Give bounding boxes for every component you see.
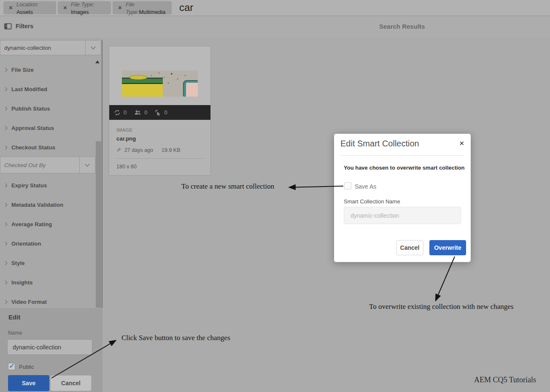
chevron-right-icon bbox=[3, 68, 8, 72]
chevron-right-icon bbox=[3, 145, 8, 149]
asset-stats-bar: 0 0 0 bbox=[109, 105, 210, 120]
remove-filter-icon[interactable]: ✕ bbox=[8, 5, 13, 11]
public-checkbox[interactable]: ✓ bbox=[8, 363, 15, 370]
asset-type-label: IMAGE bbox=[116, 127, 132, 132]
sidebar-item-checkout-status[interactable]: Checkout Status bbox=[4, 143, 55, 151]
thumbnail-left-can bbox=[122, 78, 163, 97]
checkmark-icon: ✓ bbox=[9, 362, 15, 370]
results-toolbar: Filters Search Results bbox=[0, 16, 550, 38]
sidebar-item-publish-status[interactable]: Publish Status bbox=[4, 104, 50, 113]
sync-count: 0 bbox=[124, 109, 127, 116]
annotation-overwrite: To overwrite existing collection with ne… bbox=[369, 303, 514, 311]
dialog-cancel-button[interactable]: Cancel bbox=[396, 240, 423, 255]
name-field-label: Name bbox=[8, 330, 22, 336]
sidebar-item-insights[interactable]: Insights bbox=[4, 278, 33, 287]
watermark-text: AEM CQ5 Tutorials bbox=[474, 376, 536, 384]
sidebar-item-label: File Size bbox=[11, 67, 34, 73]
scrollbar-up-arrow[interactable] bbox=[95, 60, 100, 63]
close-icon[interactable]: ✕ bbox=[459, 140, 464, 147]
sidebar-item-orientation[interactable]: Orientation bbox=[4, 239, 41, 248]
sidebar-item-label: Metadata Validation bbox=[11, 202, 63, 208]
dialog-divider bbox=[340, 155, 464, 156]
sidebar-item-label: Orientation bbox=[11, 241, 41, 247]
annotation-save: Click Save button to save the changes bbox=[121, 334, 230, 342]
edit-smart-collection-dialog: Edit Smart Collection ✕ You have chosen … bbox=[334, 134, 471, 262]
edit-panel-title: Edit bbox=[8, 314, 20, 321]
sidebar-item-label: Approval Status bbox=[11, 125, 54, 131]
pill-label: File Type: bbox=[126, 1, 139, 15]
search-query-text[interactable]: car bbox=[179, 2, 193, 14]
sidebar-item-approval-status[interactable]: Approval Status bbox=[4, 124, 54, 132]
checked-out-by-placeholder: Checked Out By bbox=[0, 157, 79, 173]
sidebar-item-label: Checkout Status bbox=[11, 144, 55, 151]
sidebar-item-metadata-validation[interactable]: Metadata Validation bbox=[4, 200, 63, 209]
sidebar-item-file-size[interactable]: File Size bbox=[4, 65, 34, 74]
asset-thumbnail-zone[interactable] bbox=[109, 46, 210, 105]
users-icon bbox=[134, 109, 141, 116]
aem-assets-screen: ✕ Location: Assets ✕ File Type: Images ✕… bbox=[0, 0, 550, 392]
cursor-count: 0 bbox=[164, 109, 167, 116]
pill-value: Multimedia bbox=[139, 9, 165, 15]
chevron-right-icon bbox=[3, 300, 8, 304]
edit-collection-panel: Edit Name ✓ Public Save Cancel bbox=[0, 308, 102, 392]
chevron-down-icon bbox=[91, 44, 95, 49]
asset-thumbnail-image bbox=[122, 70, 198, 97]
filter-pill-location[interactable]: ✕ Location: Assets bbox=[3, 1, 56, 14]
cancel-button[interactable]: Cancel bbox=[50, 375, 92, 391]
checked-out-by-select[interactable]: Checked Out By bbox=[0, 157, 95, 173]
saved-collection-select[interactable]: dynamic-collection bbox=[0, 40, 101, 55]
page-title: Search Results bbox=[379, 23, 425, 30]
arrow-to-overwrite-note bbox=[436, 257, 455, 300]
remove-filter-icon[interactable]: ✕ bbox=[63, 5, 67, 11]
sidebar-item-style[interactable]: Style bbox=[4, 259, 25, 267]
sidebar-item-expiry-status[interactable]: Expiry Status bbox=[4, 181, 47, 189]
collection-name-input[interactable] bbox=[7, 339, 92, 355]
edit-pencil-icon: ✎ bbox=[116, 147, 121, 153]
smart-collection-name-input[interactable] bbox=[344, 207, 461, 224]
filter-pill-filetype-images[interactable]: ✕ File Type: Images bbox=[58, 1, 111, 14]
asset-card[interactable]: 0 0 0 IMAGE car.png ✎ 27 days ago 19.9 K… bbox=[109, 46, 210, 175]
asset-dimensions: 180 x 60 bbox=[116, 164, 137, 170]
chevron-down-icon bbox=[85, 162, 89, 166]
dialog-title: Edit Smart Collection bbox=[340, 139, 419, 149]
sidebar-item-label: Style bbox=[11, 260, 25, 266]
public-checkbox-label: Public bbox=[19, 364, 34, 370]
select-dropdown-button[interactable] bbox=[79, 157, 95, 173]
chevron-right-icon bbox=[3, 261, 8, 265]
asset-file-size: 19.9 KB bbox=[162, 147, 180, 153]
filters-label: Filters bbox=[16, 23, 33, 30]
asset-filename[interactable]: car.png bbox=[116, 135, 136, 142]
filter-pill-filetype-multimedia[interactable]: ✕ File Type:Multimedia bbox=[113, 1, 172, 14]
chevron-right-icon bbox=[3, 280, 8, 284]
sidebar-item-average-rating[interactable]: Average Rating bbox=[4, 220, 52, 228]
smart-collection-name-label: Smart Collection Name bbox=[344, 198, 400, 205]
sidebar-item-label: Last Modified bbox=[11, 86, 47, 92]
save-button[interactable]: Save bbox=[8, 375, 49, 391]
chevron-right-icon bbox=[3, 106, 8, 111]
filters-toggle[interactable]: Filters bbox=[4, 23, 33, 30]
sidebar-item-video-format[interactable]: Video Format bbox=[4, 297, 47, 306]
sidebar-item-last-modified[interactable]: Last Modified bbox=[4, 85, 47, 93]
saved-collection-value: dynamic-collection bbox=[0, 41, 85, 55]
save-as-checkbox[interactable] bbox=[344, 182, 351, 189]
sidebar-item-label: Average Rating bbox=[11, 221, 52, 227]
chevron-right-icon bbox=[3, 203, 8, 207]
select-dropdown-button[interactable] bbox=[85, 41, 101, 55]
filters-panel-icon bbox=[4, 23, 12, 30]
overwrite-button[interactable]: Overwrite bbox=[429, 240, 466, 255]
chevron-right-icon bbox=[3, 241, 8, 246]
dialog-message: You have chosen to overwrite smart colle… bbox=[344, 165, 465, 171]
cursor-icon bbox=[155, 109, 161, 116]
sidebar-item-label: Publish Status bbox=[11, 105, 50, 112]
chevron-right-icon bbox=[3, 183, 8, 187]
sidebar-item-label: Video Format bbox=[11, 299, 47, 305]
pill-label: File Type: bbox=[71, 1, 94, 8]
asset-card-info: IMAGE car.png ✎ 27 days ago 19.9 KB 180 … bbox=[109, 120, 210, 175]
chevron-right-icon bbox=[3, 126, 8, 130]
chevron-right-icon bbox=[3, 87, 8, 91]
pill-value: Assets bbox=[16, 9, 33, 15]
remove-filter-icon[interactable]: ✕ bbox=[118, 5, 122, 11]
scrollbar-thumb[interactable] bbox=[96, 141, 101, 308]
sidebar-item-label: Expiry Status bbox=[11, 182, 47, 189]
sidebar-item-label: Insights bbox=[11, 279, 33, 286]
